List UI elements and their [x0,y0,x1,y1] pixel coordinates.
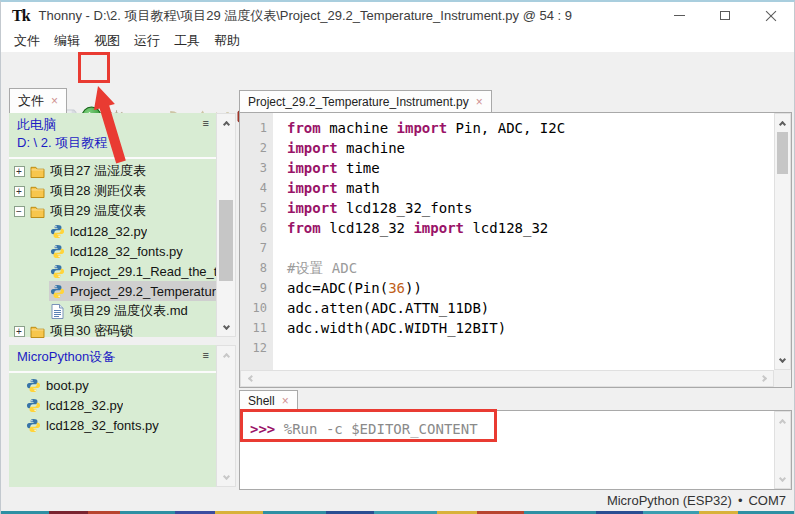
line-number: 12 [240,338,273,358]
close-icon[interactable] [748,2,794,29]
close-tab-icon[interactable]: × [51,95,58,107]
file-tree-item[interactable]: +项目28 测距仪表 [9,181,216,201]
code-line: import math [287,178,774,198]
scroll-up-icon[interactable] [217,347,235,362]
scroll-up-icon[interactable] [775,413,790,428]
scroll-down-icon[interactable] [775,353,790,368]
line-number: 2 [240,138,273,158]
expander-icon[interactable]: − [14,206,25,217]
file-tree-item[interactable]: Project_29.1_Read_the_the [9,261,216,281]
menu-item-运行[interactable]: 运行 [133,32,161,50]
menu-item-帮助[interactable]: 帮助 [213,32,241,50]
folder-icon [29,323,45,339]
scroll-thumb[interactable] [777,132,788,174]
close-tab-icon[interactable]: × [282,395,289,407]
editor-panel: 123456789101112 from machine import Pin,… [239,112,792,388]
line-number: 11 [240,318,273,338]
files-scrollbar[interactable] [216,113,236,337]
scroll-thumb[interactable] [219,200,233,281]
tree-item-label: lcd128_32.py [46,398,123,413]
thonny-window: Tk Thonny - D:\2. 项目教程\项目29 温度仪表\Project… [0,0,795,514]
line-number: 1 [240,118,273,138]
file-tree-item[interactable]: +项目30 密码锁 [9,321,216,341]
tree-item-label: lcd128_32_fonts.py [70,244,183,259]
python-icon [49,243,65,259]
backend-label[interactable]: MicroPython (ESP32) [607,493,732,508]
device-scrollbar[interactable] [216,345,236,487]
line-number: 6 [240,218,273,238]
file-tree-item[interactable]: lcd128_32_fonts.py [9,241,216,261]
scroll-up-icon[interactable] [775,115,790,130]
code-line: from lcd128_32 import lcd128_32 [287,218,774,238]
line-number: 8 [240,258,273,278]
editor-hscrollbar[interactable] [240,370,774,387]
file-tree-item[interactable]: 项目29 温度仪表.md [9,301,216,321]
folder-icon [29,203,45,219]
code-line: adc=ADC(Pin(36)) [287,278,774,298]
line-number: 10 [240,298,273,318]
file-tree-item[interactable]: −项目29 温度仪表 [9,201,216,221]
device-panel-title: MicroPython设备 [17,348,208,366]
status-separator: • [738,493,743,508]
line-number: 4 [240,178,273,198]
tree-item-label: lcd128_32.py [70,224,147,239]
code-line [287,338,774,358]
device-tree-item[interactable]: lcd128_32.py [9,395,216,415]
code-line: import lcd128_32_fonts [287,198,774,218]
tree-item-label: 项目28 测距仪表 [50,182,146,200]
python-icon [25,377,41,393]
scroll-right-icon[interactable] [757,371,772,386]
shell-scrollbar[interactable] [774,411,791,489]
panel-menu-icon[interactable]: ≡ [203,118,209,129]
device-tree: boot.pylcd128_32.pylcd128_32_fonts.py [9,373,216,435]
device-panel-header: MicroPython设备 ≡ [9,345,216,373]
tab-files-label: 文件 [18,92,44,110]
tree-root-path[interactable]: D: \ 2. 项目教程 [17,134,208,152]
device-panel: MicroPython设备 ≡ boot.pylcd128_32.pylcd12… [9,345,216,487]
files-panel: 此电脑 D: \ 2. 项目教程 ≡ +项目27 温湿度表+项目28 测距仪表−… [9,113,216,337]
window-title: Thonny - D:\2. 项目教程\项目29 温度仪表\Project_29… [39,7,572,25]
expander-icon[interactable]: + [14,166,25,177]
device-tree-item[interactable]: boot.py [9,375,216,395]
python-icon [49,283,65,299]
scroll-down-icon[interactable] [217,320,235,335]
scrollbar-corner [774,370,791,387]
file-tree-item[interactable]: +项目27 温湿度表 [9,161,216,181]
menu-item-文件[interactable]: 文件 [13,32,41,50]
expander-icon[interactable]: + [14,186,25,197]
tab-shell-label: Shell [248,394,275,408]
tab-editor[interactable]: Project_29.2_Temperature_Instrument.py × [239,90,492,112]
panel-menu-icon[interactable]: ≡ [203,350,209,361]
file-tree-item[interactable]: lcd128_32.py [9,221,216,241]
code-line: import machine [287,138,774,158]
window-controls [656,2,794,29]
port-label[interactable]: COM7 [748,493,786,508]
close-tab-icon[interactable]: × [476,96,483,108]
editor-vscrollbar[interactable] [774,113,791,370]
code-line: from machine import Pin, ADC, I2C [287,118,774,138]
code-line [287,238,774,258]
code-line: import time [287,158,774,178]
scroll-up-icon[interactable] [217,115,235,130]
menu-item-工具[interactable]: 工具 [173,32,201,50]
scroll-down-icon[interactable] [775,472,790,487]
folder-icon [29,183,45,199]
scroll-down-icon[interactable] [217,470,235,485]
device-tree-item[interactable]: lcd128_32_fonts.py [9,415,216,435]
tab-shell[interactable]: Shell × [239,390,298,410]
doc-icon [49,303,65,319]
minimize-icon[interactable] [656,2,702,29]
tab-files[interactable]: 文件 × [9,88,67,113]
tree-root-computer[interactable]: 此电脑 [17,116,208,134]
annotation-shell-command-box [240,409,497,442]
files-panel-header: 此电脑 D: \ 2. 项目教程 ≡ [9,113,216,159]
menu-item-编辑[interactable]: 编辑 [53,32,81,50]
scroll-left-icon[interactable] [242,371,257,386]
code-line: adc.atten(ADC.ATTN_11DB) [287,298,774,318]
menu-item-视图[interactable]: 视图 [93,32,121,50]
file-tree-item[interactable]: Project_29.2_Temperature_ [9,281,216,301]
expander-icon[interactable]: + [14,326,25,337]
tab-editor-label: Project_29.2_Temperature_Instrument.py [248,95,469,109]
code-area[interactable]: from machine import Pin, ADC, I2Cimport … [273,113,774,370]
maximize-icon[interactable] [702,2,748,29]
